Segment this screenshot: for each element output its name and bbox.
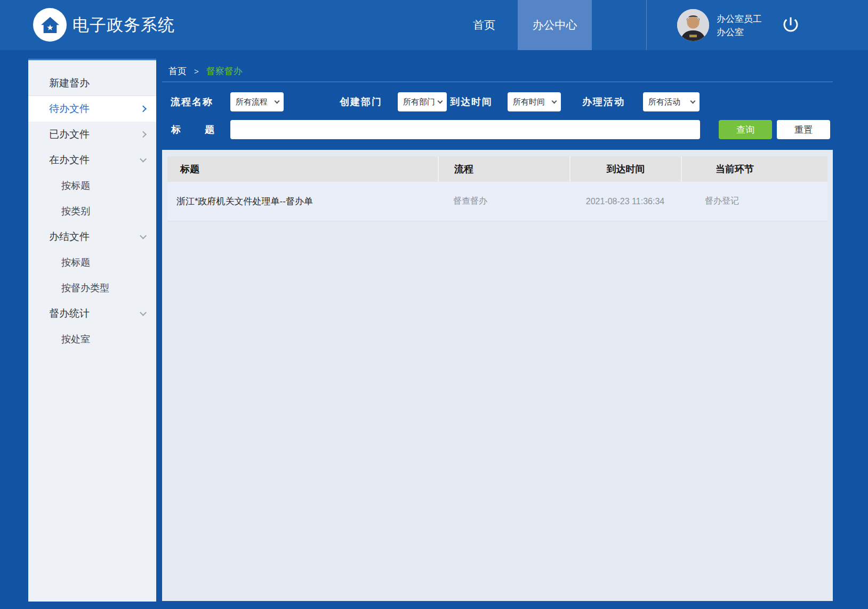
cell-arrival-time: 2021-08-23 11:36:34 [569, 197, 681, 206]
arrival-time-label: 到达时间 [450, 92, 493, 111]
title-label-left: 标 [171, 120, 181, 139]
sidebar-item-by-supervision-type[interactable]: 按督办类型 [28, 275, 156, 301]
time-select-value: 所有时间 [513, 97, 545, 107]
breadcrumb-home[interactable]: 首页 [168, 65, 187, 77]
table-header-row: 标题 流程 到达时间 当前环节 [167, 156, 827, 182]
chevron-down-icon [140, 233, 147, 239]
process-select[interactable]: 所有流程 [230, 92, 284, 111]
sidebar-item-label: 新建督办 [49, 76, 90, 90]
column-header-arrival-time: 到达时间 [569, 156, 681, 182]
breadcrumb-current: 督察督办 [206, 65, 243, 77]
sidebar-item-done-files[interactable]: 已办文件 [28, 122, 156, 147]
chevron-down-icon [140, 309, 147, 316]
cell-title[interactable]: 浙江*政府机关文件处理单--督办单 [167, 195, 438, 207]
chevron-right-icon [140, 131, 147, 138]
sidebar-item-label: 在办文件 [49, 153, 90, 167]
sidebar-item-label: 按督办类型 [61, 282, 109, 294]
nav-item-home[interactable]: 首页 [460, 0, 509, 50]
column-header-current-step: 当前环节 [681, 156, 827, 182]
user-name: 办公室员工 [717, 12, 762, 26]
breadcrumb: 首页 > 督察督办 [162, 63, 243, 79]
chevron-down-icon [552, 98, 557, 103]
filter-row-2: 标 题 查询 重置 [162, 120, 833, 139]
process-select-value: 所有流程 [236, 97, 268, 107]
power-icon [781, 15, 800, 34]
title-label-right: 题 [205, 120, 214, 139]
sidebar-item-label: 按标题 [61, 179, 90, 192]
query-button[interactable]: 查询 [719, 120, 772, 139]
chevron-down-icon [140, 156, 147, 163]
process-name-label: 流程名称 [171, 92, 213, 111]
activity-select[interactable]: 所有活动 [643, 92, 700, 111]
sidebar-item-by-office[interactable]: 按处室 [28, 326, 156, 352]
sidebar-item-by-title[interactable]: 按标题 [28, 173, 156, 198]
department-select-value: 所有部门 [403, 97, 435, 107]
sidebar-item-label: 待办文件 [49, 102, 90, 116]
time-select[interactable]: 所有时间 [508, 92, 561, 111]
user-photo [677, 9, 709, 41]
nav-item-office-center[interactable]: 办公中心 [518, 0, 592, 50]
sidebar-item-pending-files[interactable]: 待办文件 [28, 96, 156, 122]
sidebar-item-label: 按处室 [61, 333, 90, 346]
user-department: 办公室 [717, 26, 762, 39]
chevron-right-icon [140, 106, 147, 113]
sidebar-item-supervision-stats[interactable]: 督办统计 [28, 301, 156, 326]
breadcrumb-divider [162, 82, 833, 82]
sidebar-item-label: 已办文件 [49, 127, 90, 141]
title-search-input[interactable] [230, 120, 700, 139]
chevron-down-icon [438, 98, 443, 103]
create-department-label: 创建部门 [340, 92, 382, 111]
reset-button[interactable]: 重置 [777, 120, 830, 139]
header-divider [646, 0, 647, 50]
chevron-down-icon [275, 98, 280, 103]
sidebar-item-label: 按类别 [61, 205, 90, 218]
filter-row-1: 流程名称 所有流程 创建部门 所有部门 到达时间 所有时间 办理活动 所有活动 [162, 92, 833, 111]
app-header: 电子政务系统 首页 办公中心 办公室员工 办公室 [0, 0, 868, 50]
app-logo-icon[interactable] [33, 8, 67, 42]
app-title: 电子政务系统 [73, 0, 175, 50]
cell-process: 督查督办 [438, 196, 569, 207]
table-row[interactable]: 浙江*政府机关文件处理单--督办单 督查督办 2021-08-23 11:36:… [167, 182, 827, 221]
sidebar-item-label: 督办统计 [49, 307, 90, 320]
chevron-down-icon [690, 98, 696, 103]
sidebar-item-by-category[interactable]: 按类别 [28, 198, 156, 224]
activity-label: 办理活动 [582, 92, 625, 111]
avatar[interactable] [677, 9, 709, 41]
sidebar-item-closed-files[interactable]: 办结文件 [28, 224, 156, 250]
sidebar: 新建督办 待办文件 已办文件 在办文件 按标题 按类别 办结文件 按标题 按督办… [28, 59, 156, 602]
activity-select-value: 所有活动 [648, 97, 680, 107]
sidebar-item-label: 按标题 [61, 256, 90, 269]
sidebar-item-new-supervision[interactable]: 新建督办 [28, 70, 156, 96]
department-select[interactable]: 所有部门 [398, 92, 447, 111]
column-header-title: 标题 [167, 156, 438, 182]
sidebar-item-inprogress-files[interactable]: 在办文件 [28, 147, 156, 173]
sidebar-item-label: 办结文件 [49, 230, 90, 244]
results-panel: 标题 流程 到达时间 当前环节 浙江*政府机关文件处理单--督办单 督查督办 2… [162, 150, 833, 601]
home-star-icon [39, 14, 61, 36]
breadcrumb-separator: > [194, 67, 199, 76]
logout-power-button[interactable] [781, 15, 801, 35]
sidebar-item-by-title-2[interactable]: 按标题 [28, 250, 156, 275]
column-header-process: 流程 [438, 156, 569, 182]
user-info[interactable]: 办公室员工 办公室 [717, 12, 762, 39]
cell-current-step: 督办登记 [681, 196, 827, 207]
